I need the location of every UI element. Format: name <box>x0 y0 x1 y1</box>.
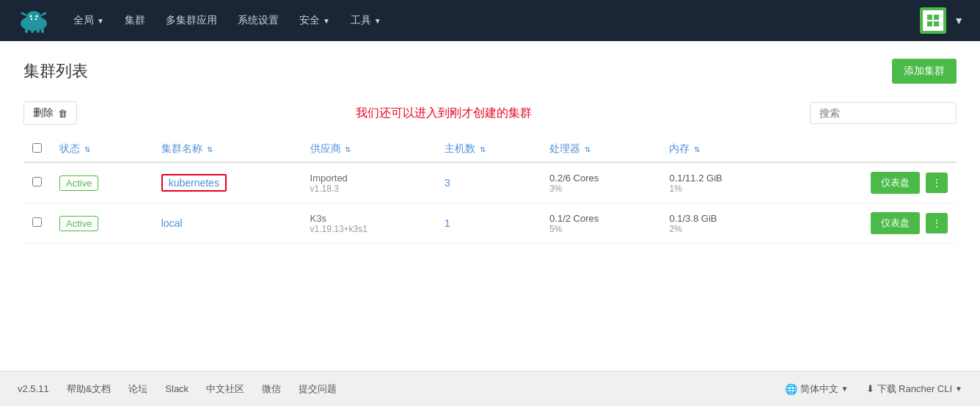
svg-point-5 <box>31 18 32 20</box>
cluster-name-link[interactable]: local <box>161 217 183 229</box>
chevron-down-icon: ▼ <box>323 17 330 25</box>
col-cpu: 处理器 ⇅ <box>541 137 660 162</box>
memory-cell: 0.1/11.2 GiB1% <box>660 162 786 203</box>
status-cell: Active <box>51 162 153 203</box>
svg-rect-10 <box>41 29 44 33</box>
user-avatar[interactable] <box>920 7 946 34</box>
footer-link-slack[interactable]: Slack <box>165 383 189 394</box>
select-all-header <box>23 137 51 162</box>
provider-name: Imported <box>310 173 427 184</box>
add-cluster-button[interactable]: 添加集群 <box>892 59 957 84</box>
nav-system-settings[interactable]: 系统设置 <box>229 8 288 33</box>
cpu-cell: 0.1/2 Cores5% <box>541 203 660 244</box>
actions-cell: 仪表盘 ⋮ <box>787 162 957 203</box>
navbar: 全局 ▼ 集群 多集群应用 系统设置 安全 ▼ 工具 ▼ ▼ <box>0 0 980 41</box>
svg-rect-12 <box>934 15 939 20</box>
sort-icon: ⇅ <box>84 145 90 153</box>
footer-link-forum[interactable]: 论坛 <box>128 383 147 396</box>
col-memory: 内存 ⇅ <box>660 137 786 162</box>
footer-link-chinese-community[interactable]: 中文社区 <box>206 383 244 396</box>
nav-security[interactable]: 安全 ▼ <box>290 8 339 33</box>
svg-point-2 <box>26 11 41 23</box>
svg-point-4 <box>36 15 38 18</box>
memory-value: 0.1/11.2 GiB <box>669 173 778 184</box>
annotation-text: 我们还可以进入到刚才创建的集群 <box>77 106 810 121</box>
provider-cell: Importedv1.18.3 <box>301 162 436 203</box>
svg-rect-14 <box>934 21 939 26</box>
chevron-down-icon: ▼ <box>955 385 962 393</box>
sort-icon: ⇅ <box>480 145 486 153</box>
col-actions <box>787 137 957 162</box>
provider-version: v1.19.13+k3s1 <box>310 224 427 234</box>
more-options-button[interactable]: ⋮ <box>926 173 948 193</box>
select-all-checkbox[interactable] <box>32 143 42 153</box>
page-header: 集群列表 添加集群 <box>23 59 957 84</box>
svg-rect-11 <box>927 15 932 20</box>
hosts-cell: 1 <box>436 203 541 244</box>
language-selector[interactable]: 🌐 简体中文 ▼ <box>785 383 849 396</box>
page-title: 集群列表 <box>23 60 88 82</box>
sort-icon: ⇅ <box>207 145 213 153</box>
col-status: 状态 ⇅ <box>51 137 153 162</box>
dashboard-button[interactable]: 仪表盘 <box>871 212 920 234</box>
hosts-cell: 3 <box>436 162 541 203</box>
action-buttons: 仪表盘 ⋮ <box>796 212 948 234</box>
table-row: ActivelocalK3sv1.19.13+k3s110.1/2 Cores5… <box>23 203 957 244</box>
chevron-down-icon: ▼ <box>841 385 849 393</box>
chevron-down-icon: ▼ <box>374 17 381 25</box>
trash-icon: 🗑 <box>58 108 67 119</box>
memory-value: 0.1/3.8 GiB <box>669 213 778 224</box>
svg-point-6 <box>35 18 37 20</box>
search-input[interactable] <box>810 102 957 124</box>
cluster-table: 状态 ⇅ 集群名称 ⇅ 供应商 ⇅ 主机数 ⇅ 处理器 ⇅ <box>23 137 957 244</box>
memory-percent: 2% <box>669 224 778 234</box>
search-area <box>810 102 957 124</box>
memory-percent: 1% <box>669 184 778 194</box>
row-checkbox-cell <box>23 203 51 244</box>
svg-rect-13 <box>927 21 932 26</box>
status-badge: Active <box>59 216 98 231</box>
svg-rect-9 <box>37 29 40 33</box>
host-count-link[interactable]: 3 <box>445 177 450 189</box>
more-options-button[interactable]: ⋮ <box>926 213 948 233</box>
svg-point-3 <box>30 15 32 18</box>
cpu-percent: 3% <box>549 184 651 194</box>
toolbar: 删除 🗑 我们还可以进入到刚才创建的集群 <box>23 101 957 125</box>
nav-cluster[interactable]: 集群 <box>116 8 154 33</box>
row-checkbox[interactable] <box>32 177 42 186</box>
sort-icon: ⇅ <box>585 145 590 153</box>
download-icon: ⬇ <box>866 383 874 394</box>
name-cell: kubernetes <box>153 162 301 203</box>
provider-name: K3s <box>310 213 427 224</box>
status-badge: Active <box>59 175 98 191</box>
download-cli-button[interactable]: ⬇ 下载 Rancher CLI ▼ <box>866 383 963 396</box>
cpu-value: 0.2/6 Cores <box>549 173 651 184</box>
footer-link-issues[interactable]: 提交问题 <box>299 383 337 396</box>
avatar-inner <box>923 10 943 31</box>
host-count-link[interactable]: 1 <box>445 217 450 229</box>
memory-cell: 0.1/3.8 GiB2% <box>660 203 786 244</box>
col-hosts: 主机数 ⇅ <box>436 137 541 162</box>
actions-cell: 仪表盘 ⋮ <box>787 203 957 244</box>
sort-icon: ⇅ <box>345 145 351 153</box>
logo[interactable] <box>12 6 56 35</box>
footer-link-help[interactable]: 帮助&文档 <box>67 383 111 396</box>
nav-tools[interactable]: 工具 ▼ <box>342 8 390 33</box>
cluster-name-link[interactable]: kubernetes <box>161 174 227 192</box>
delete-button[interactable]: 删除 🗑 <box>23 101 77 125</box>
nav-global[interactable]: 全局 ▼ <box>65 8 113 33</box>
footer-link-wechat[interactable]: 微信 <box>262 383 281 396</box>
provider-cell: K3sv1.19.13+k3s1 <box>301 203 436 244</box>
table-header-row: 状态 ⇅ 集群名称 ⇅ 供应商 ⇅ 主机数 ⇅ 处理器 ⇅ <box>23 137 957 162</box>
globe-icon: 🌐 <box>785 383 797 395</box>
provider-version: v1.18.3 <box>310 184 427 194</box>
action-buttons: 仪表盘 ⋮ <box>796 172 948 194</box>
row-checkbox[interactable] <box>32 217 42 227</box>
user-area: ▼ <box>920 7 968 34</box>
user-dropdown-button[interactable]: ▼ <box>949 9 968 32</box>
svg-rect-8 <box>31 29 34 33</box>
name-cell: local <box>153 203 301 244</box>
nav-multicluster-app[interactable]: 多集群应用 <box>157 8 226 33</box>
sort-icon: ⇅ <box>694 145 700 153</box>
dashboard-button[interactable]: 仪表盘 <box>871 172 920 194</box>
